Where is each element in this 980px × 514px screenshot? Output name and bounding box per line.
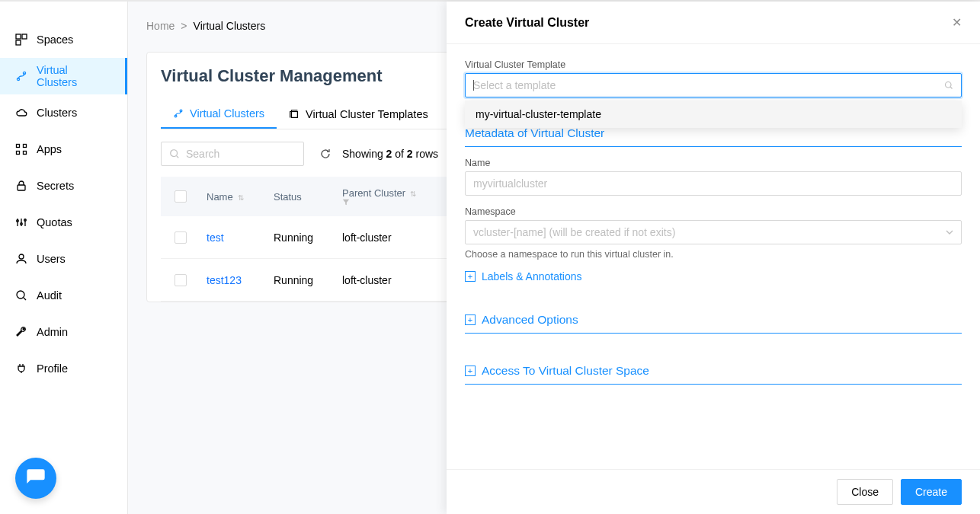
sidebar-item-admin[interactable]: Admin — [0, 314, 127, 350]
sidebar-item-label: Quotas — [37, 216, 72, 228]
svg-rect-9 — [18, 185, 25, 190]
sidebar-item-label: Audit — [37, 289, 62, 302]
tab-virtual-cluster-templates[interactable]: Virtual Cluster Templates — [277, 100, 440, 129]
svg-point-17 — [17, 291, 24, 299]
sliders-icon — [15, 216, 27, 228]
svg-rect-7 — [17, 152, 20, 155]
sidebar-item-quotas[interactable]: Quotas — [0, 204, 127, 241]
svg-rect-8 — [24, 152, 27, 155]
labels-annotations-link[interactable]: + Labels & Annotations — [465, 270, 962, 283]
name-input[interactable] — [465, 171, 962, 196]
lock-icon — [15, 180, 27, 192]
name-label: Name — [465, 158, 962, 168]
template-dropdown: my-virtual-cluster-template — [465, 101, 962, 128]
svg-rect-2 — [16, 40, 21, 45]
svg-point-22 — [171, 150, 178, 157]
close-button[interactable]: Close — [837, 479, 893, 505]
row-name-link[interactable]: test123 — [207, 274, 242, 286]
sidebar-item-users[interactable]: Users — [0, 241, 127, 277]
sort-icon: ⇅ — [410, 190, 416, 198]
row-status: Running — [263, 231, 331, 244]
svg-line-25 — [950, 87, 952, 88]
column-name[interactable]: Name⇅ — [196, 191, 263, 203]
namespace-placeholder: vcluster-[name] (will be created if not … — [473, 226, 675, 238]
template-select[interactable]: Select a template — [465, 73, 962, 97]
vclusters-icon — [15, 70, 27, 82]
sidebar-item-label: Apps — [37, 143, 62, 155]
plus-icon: + — [465, 271, 476, 282]
close-icon[interactable]: ✕ — [952, 15, 962, 30]
advanced-options-section[interactable]: + Advanced Options — [465, 313, 962, 334]
row-checkbox[interactable] — [161, 231, 196, 244]
row-checkbox[interactable] — [161, 274, 196, 286]
search-icon — [944, 81, 953, 90]
sidebar-item-profile[interactable]: Profile — [0, 350, 127, 387]
plus-icon: + — [465, 366, 476, 376]
search-icon — [15, 289, 27, 302]
wrench-icon — [15, 326, 27, 338]
reload-button[interactable] — [319, 148, 331, 160]
template-label: Virtual Cluster Template — [465, 59, 962, 70]
sidebar-item-virtual-clusters[interactable]: Virtual Clusters — [0, 58, 127, 94]
sidebar-item-label: Virtual Clusters — [37, 64, 110, 88]
sidebar-item-secrets[interactable]: Secrets — [0, 168, 127, 204]
support-chat-button[interactable] — [15, 458, 56, 499]
namespace-hint: Choose a namespace to run this virtual c… — [465, 249, 962, 260]
sidebar-item-spaces[interactable]: Spaces — [0, 21, 127, 58]
sidebar-item-label: Admin — [37, 326, 68, 338]
drawer-title: Create Virtual Cluster — [465, 16, 589, 30]
row-parent: loft-cluster — [331, 231, 438, 244]
create-drawer: Create Virtual Cluster ✕ Virtual Cluster… — [447, 2, 980, 514]
tab-label: Virtual Cluster Templates — [306, 108, 428, 120]
drawer-body: Virtual Cluster Template Select a templa… — [447, 44, 980, 469]
column-parent-cluster[interactable]: Parent Cluster⇅ — [331, 187, 438, 206]
select-all-checkbox[interactable] — [161, 190, 196, 203]
drawer-footer: Close Create — [447, 469, 980, 514]
vclusters-icon — [173, 108, 184, 119]
drawer-header: Create Virtual Cluster ✕ — [447, 2, 980, 44]
sidebar-item-label: Secrets — [37, 180, 74, 192]
svg-rect-21 — [292, 112, 298, 118]
svg-rect-5 — [17, 145, 20, 148]
sidebar: Spaces Virtual Clusters Clusters Apps Se… — [0, 2, 128, 514]
sidebar-item-clusters[interactable]: Clusters — [0, 94, 127, 131]
sidebar-item-label: Clusters — [37, 107, 77, 119]
svg-line-23 — [177, 156, 179, 158]
namespace-label: Namespace — [465, 206, 962, 217]
create-button[interactable]: Create — [901, 479, 962, 505]
sidebar-item-apps[interactable]: Apps — [0, 131, 127, 168]
svg-point-16 — [19, 254, 24, 259]
svg-line-18 — [24, 298, 26, 300]
access-section[interactable]: + Access To Virtual Cluster Space — [465, 364, 962, 385]
tab-label: Virtual Clusters — [190, 107, 264, 120]
cloud-icon — [15, 107, 27, 119]
row-name-link[interactable]: test — [207, 231, 224, 244]
user-icon — [15, 253, 27, 265]
chevron-down-icon — [946, 228, 953, 236]
column-status[interactable]: Status — [263, 191, 331, 203]
namespace-select[interactable]: vcluster-[name] (will be created if not … — [465, 220, 962, 244]
search-icon — [169, 148, 180, 159]
plus-icon: + — [465, 314, 476, 325]
row-status: Running — [263, 274, 331, 286]
filter-icon[interactable] — [342, 199, 438, 206]
svg-rect-0 — [16, 34, 21, 39]
row-count: Showing 2 of 2 rows — [342, 148, 438, 160]
apps-icon — [15, 143, 27, 155]
row-parent: loft-cluster — [331, 274, 438, 286]
sidebar-item-label: Users — [37, 253, 66, 265]
sidebar-item-label: Profile — [37, 362, 68, 375]
plug-icon — [15, 362, 27, 375]
sort-icon: ⇅ — [238, 193, 244, 202]
template-option[interactable]: my-virtual-cluster-template — [465, 101, 962, 128]
template-icon — [289, 109, 299, 120]
svg-rect-1 — [22, 34, 27, 39]
sidebar-item-label: Spaces — [37, 34, 73, 46]
tab-virtual-clusters[interactable]: Virtual Clusters — [161, 100, 277, 129]
sidebar-item-audit[interactable]: Audit — [0, 277, 127, 314]
breadcrumb-home[interactable]: Home — [146, 20, 175, 32]
breadcrumb-separator: > — [181, 20, 187, 32]
search-box[interactable] — [161, 142, 304, 166]
spaces-icon — [15, 34, 27, 46]
search-input[interactable] — [186, 148, 293, 160]
